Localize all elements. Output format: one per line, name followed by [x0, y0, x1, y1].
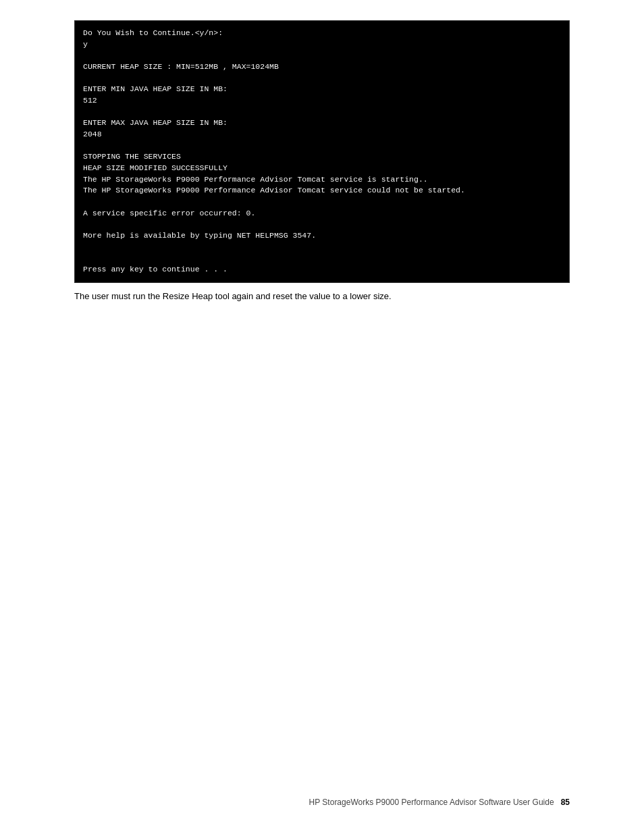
caption-text: The user must run the Resize Heap tool a…	[74, 290, 570, 303]
page-footer: HP StorageWorks P9000 Performance Adviso…	[0, 798, 644, 807]
terminal-output: Do You Wish to Continue.<y/n>: y CURRENT…	[74, 20, 570, 283]
footer-guide-title: HP StorageWorks P9000 Performance Adviso…	[309, 798, 554, 807]
page-container: Do You Wish to Continue.<y/n>: y CURRENT…	[0, 0, 644, 834]
footer-page-number: 85	[561, 798, 570, 807]
